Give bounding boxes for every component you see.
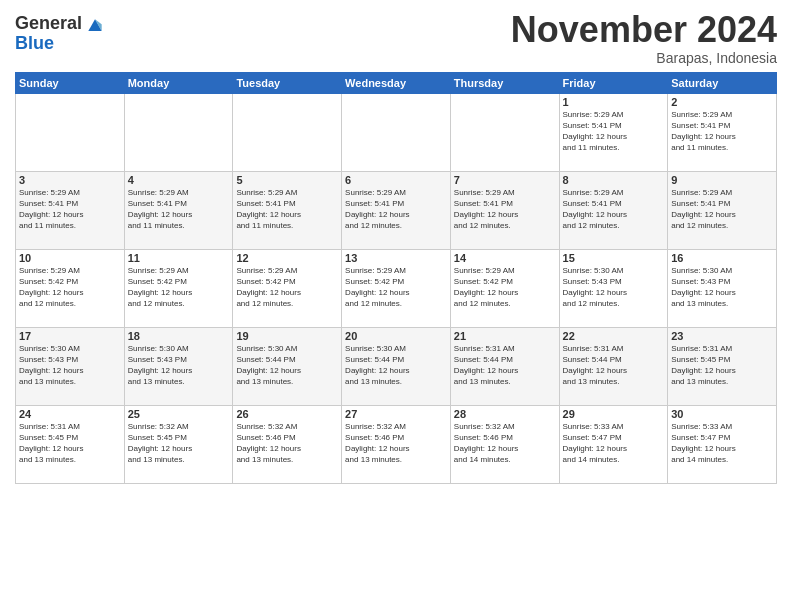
day-cell: 6Sunrise: 5:29 AM Sunset: 5:41 PM Daylig… (342, 171, 451, 249)
day-cell: 20Sunrise: 5:30 AM Sunset: 5:44 PM Dayli… (342, 327, 451, 405)
day-number: 23 (671, 330, 773, 342)
day-number: 9 (671, 174, 773, 186)
day-number: 4 (128, 174, 230, 186)
day-number: 6 (345, 174, 447, 186)
week-row-1: 3Sunrise: 5:29 AM Sunset: 5:41 PM Daylig… (16, 171, 777, 249)
day-cell: 15Sunrise: 5:30 AM Sunset: 5:43 PM Dayli… (559, 249, 668, 327)
logo-icon (85, 16, 105, 36)
day-cell (124, 93, 233, 171)
day-info: Sunrise: 5:32 AM Sunset: 5:46 PM Dayligh… (345, 421, 447, 466)
day-info: Sunrise: 5:30 AM Sunset: 5:44 PM Dayligh… (236, 343, 338, 388)
day-info: Sunrise: 5:33 AM Sunset: 5:47 PM Dayligh… (563, 421, 665, 466)
day-info: Sunrise: 5:32 AM Sunset: 5:45 PM Dayligh… (128, 421, 230, 466)
logo: General Blue (15, 14, 105, 54)
day-cell: 19Sunrise: 5:30 AM Sunset: 5:44 PM Dayli… (233, 327, 342, 405)
title-block: November 2024 Barapas, Indonesia (511, 10, 777, 66)
day-cell: 1Sunrise: 5:29 AM Sunset: 5:41 PM Daylig… (559, 93, 668, 171)
day-cell (16, 93, 125, 171)
day-cell (450, 93, 559, 171)
day-info: Sunrise: 5:32 AM Sunset: 5:46 PM Dayligh… (454, 421, 556, 466)
day-info: Sunrise: 5:29 AM Sunset: 5:41 PM Dayligh… (671, 109, 773, 154)
day-info: Sunrise: 5:29 AM Sunset: 5:41 PM Dayligh… (19, 187, 121, 232)
day-cell: 27Sunrise: 5:32 AM Sunset: 5:46 PM Dayli… (342, 405, 451, 483)
day-cell: 25Sunrise: 5:32 AM Sunset: 5:45 PM Dayli… (124, 405, 233, 483)
day-info: Sunrise: 5:30 AM Sunset: 5:43 PM Dayligh… (128, 343, 230, 388)
day-cell: 9Sunrise: 5:29 AM Sunset: 5:41 PM Daylig… (668, 171, 777, 249)
day-cell: 13Sunrise: 5:29 AM Sunset: 5:42 PM Dayli… (342, 249, 451, 327)
logo-blue: Blue (15, 34, 82, 54)
day-cell: 11Sunrise: 5:29 AM Sunset: 5:42 PM Dayli… (124, 249, 233, 327)
day-info: Sunrise: 5:29 AM Sunset: 5:42 PM Dayligh… (345, 265, 447, 310)
day-cell: 30Sunrise: 5:33 AM Sunset: 5:47 PM Dayli… (668, 405, 777, 483)
logo-text: General Blue (15, 14, 82, 54)
day-info: Sunrise: 5:31 AM Sunset: 5:44 PM Dayligh… (454, 343, 556, 388)
day-cell: 5Sunrise: 5:29 AM Sunset: 5:41 PM Daylig… (233, 171, 342, 249)
day-number: 26 (236, 408, 338, 420)
day-number: 19 (236, 330, 338, 342)
day-info: Sunrise: 5:29 AM Sunset: 5:41 PM Dayligh… (563, 187, 665, 232)
day-info: Sunrise: 5:29 AM Sunset: 5:41 PM Dayligh… (563, 109, 665, 154)
day-number: 16 (671, 252, 773, 264)
day-info: Sunrise: 5:29 AM Sunset: 5:42 PM Dayligh… (454, 265, 556, 310)
col-tuesday: Tuesday (233, 72, 342, 93)
day-info: Sunrise: 5:29 AM Sunset: 5:42 PM Dayligh… (19, 265, 121, 310)
page: General Blue November 2024 Barapas, Indo… (0, 0, 792, 612)
day-number: 8 (563, 174, 665, 186)
logo-general: General (15, 14, 82, 34)
day-cell: 7Sunrise: 5:29 AM Sunset: 5:41 PM Daylig… (450, 171, 559, 249)
day-number: 1 (563, 96, 665, 108)
day-info: Sunrise: 5:31 AM Sunset: 5:45 PM Dayligh… (671, 343, 773, 388)
day-info: Sunrise: 5:30 AM Sunset: 5:43 PM Dayligh… (671, 265, 773, 310)
day-info: Sunrise: 5:29 AM Sunset: 5:42 PM Dayligh… (128, 265, 230, 310)
day-number: 17 (19, 330, 121, 342)
day-cell: 22Sunrise: 5:31 AM Sunset: 5:44 PM Dayli… (559, 327, 668, 405)
day-cell: 8Sunrise: 5:29 AM Sunset: 5:41 PM Daylig… (559, 171, 668, 249)
day-info: Sunrise: 5:30 AM Sunset: 5:43 PM Dayligh… (563, 265, 665, 310)
day-info: Sunrise: 5:31 AM Sunset: 5:45 PM Dayligh… (19, 421, 121, 466)
day-info: Sunrise: 5:29 AM Sunset: 5:41 PM Dayligh… (454, 187, 556, 232)
day-cell: 12Sunrise: 5:29 AM Sunset: 5:42 PM Dayli… (233, 249, 342, 327)
day-number: 29 (563, 408, 665, 420)
day-cell: 29Sunrise: 5:33 AM Sunset: 5:47 PM Dayli… (559, 405, 668, 483)
day-number: 28 (454, 408, 556, 420)
week-row-0: 1Sunrise: 5:29 AM Sunset: 5:41 PM Daylig… (16, 93, 777, 171)
header: General Blue November 2024 Barapas, Indo… (15, 10, 777, 66)
day-info: Sunrise: 5:32 AM Sunset: 5:46 PM Dayligh… (236, 421, 338, 466)
calendar-table: Sunday Monday Tuesday Wednesday Thursday… (15, 72, 777, 484)
day-cell: 28Sunrise: 5:32 AM Sunset: 5:46 PM Dayli… (450, 405, 559, 483)
day-cell: 21Sunrise: 5:31 AM Sunset: 5:44 PM Dayli… (450, 327, 559, 405)
day-info: Sunrise: 5:29 AM Sunset: 5:41 PM Dayligh… (345, 187, 447, 232)
day-number: 25 (128, 408, 230, 420)
day-number: 24 (19, 408, 121, 420)
week-row-4: 24Sunrise: 5:31 AM Sunset: 5:45 PM Dayli… (16, 405, 777, 483)
day-info: Sunrise: 5:29 AM Sunset: 5:42 PM Dayligh… (236, 265, 338, 310)
day-cell: 10Sunrise: 5:29 AM Sunset: 5:42 PM Dayli… (16, 249, 125, 327)
day-cell: 23Sunrise: 5:31 AM Sunset: 5:45 PM Dayli… (668, 327, 777, 405)
day-cell: 2Sunrise: 5:29 AM Sunset: 5:41 PM Daylig… (668, 93, 777, 171)
day-number: 22 (563, 330, 665, 342)
day-cell: 17Sunrise: 5:30 AM Sunset: 5:43 PM Dayli… (16, 327, 125, 405)
day-info: Sunrise: 5:33 AM Sunset: 5:47 PM Dayligh… (671, 421, 773, 466)
day-cell: 16Sunrise: 5:30 AM Sunset: 5:43 PM Dayli… (668, 249, 777, 327)
col-monday: Monday (124, 72, 233, 93)
col-thursday: Thursday (450, 72, 559, 93)
day-info: Sunrise: 5:29 AM Sunset: 5:41 PM Dayligh… (236, 187, 338, 232)
day-info: Sunrise: 5:31 AM Sunset: 5:44 PM Dayligh… (563, 343, 665, 388)
day-number: 15 (563, 252, 665, 264)
col-sunday: Sunday (16, 72, 125, 93)
col-wednesday: Wednesday (342, 72, 451, 93)
day-number: 7 (454, 174, 556, 186)
day-cell: 26Sunrise: 5:32 AM Sunset: 5:46 PM Dayli… (233, 405, 342, 483)
day-info: Sunrise: 5:30 AM Sunset: 5:43 PM Dayligh… (19, 343, 121, 388)
day-number: 10 (19, 252, 121, 264)
day-number: 11 (128, 252, 230, 264)
month-title: November 2024 (511, 10, 777, 50)
day-number: 13 (345, 252, 447, 264)
day-cell (342, 93, 451, 171)
day-number: 3 (19, 174, 121, 186)
day-number: 27 (345, 408, 447, 420)
day-number: 2 (671, 96, 773, 108)
col-friday: Friday (559, 72, 668, 93)
day-info: Sunrise: 5:30 AM Sunset: 5:44 PM Dayligh… (345, 343, 447, 388)
day-cell (233, 93, 342, 171)
